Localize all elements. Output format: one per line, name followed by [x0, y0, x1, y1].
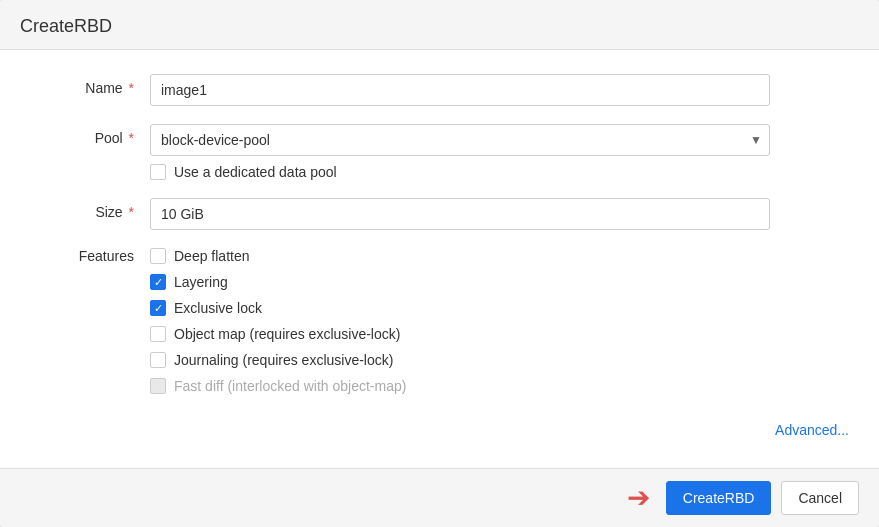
features-row: Features Deep flatten Layering Exclusive… — [30, 248, 849, 404]
dedicated-pool-checkbox[interactable] — [150, 164, 166, 180]
deep-flatten-label: Deep flatten — [174, 248, 250, 264]
name-label: Name * — [30, 74, 150, 96]
feature-exclusive-lock-row: Exclusive lock — [150, 300, 406, 316]
name-field-wrapper — [150, 74, 770, 106]
feature-object-map-row: Object map (requires exclusive-lock) — [150, 326, 406, 342]
fast-diff-label: Fast diff (interlocked with object-map) — [174, 378, 406, 394]
journaling-checkbox[interactable] — [150, 352, 166, 368]
size-label: Size * — [30, 198, 150, 220]
dialog-title: CreateRBD — [20, 16, 112, 36]
feature-layering-row: Layering — [150, 274, 406, 290]
fast-diff-checkbox — [150, 378, 166, 394]
pool-select[interactable]: block-device-pool — [150, 124, 770, 156]
arrow-icon: ➔ — [627, 484, 650, 512]
dialog-footer: ➔ CreateRBD Cancel — [0, 468, 879, 527]
size-row: Size * — [30, 198, 849, 230]
create-rbd-button[interactable]: CreateRBD — [666, 481, 772, 515]
layering-checkbox[interactable] — [150, 274, 166, 290]
object-map-checkbox[interactable] — [150, 326, 166, 342]
dedicated-pool-row: Use a dedicated data pool — [150, 164, 770, 180]
feature-deep-flatten-row: Deep flatten — [150, 248, 406, 264]
journaling-label: Journaling (requires exclusive-lock) — [174, 352, 393, 368]
pool-label: Pool * — [30, 124, 150, 146]
size-input[interactable] — [150, 198, 770, 230]
exclusive-lock-checkbox[interactable] — [150, 300, 166, 316]
dedicated-pool-label: Use a dedicated data pool — [174, 164, 337, 180]
feature-journaling-row: Journaling (requires exclusive-lock) — [150, 352, 406, 368]
dialog-body: Name * Pool * block-device-pool ▼ — [0, 50, 879, 468]
dialog-header: CreateRBD — [0, 0, 879, 50]
cancel-button[interactable]: Cancel — [781, 481, 859, 515]
name-input[interactable] — [150, 74, 770, 106]
size-field-wrapper — [150, 198, 770, 230]
size-required-star: * — [129, 204, 134, 220]
feature-fast-diff-row: Fast diff (interlocked with object-map) — [150, 378, 406, 394]
deep-flatten-checkbox[interactable] — [150, 248, 166, 264]
pool-select-wrapper: block-device-pool ▼ — [150, 124, 770, 156]
features-label: Features — [30, 248, 150, 264]
exclusive-lock-label: Exclusive lock — [174, 300, 262, 316]
layering-label: Layering — [174, 274, 228, 290]
pool-field-wrapper: block-device-pool ▼ Use a dedicated data… — [150, 124, 770, 180]
pool-row: Pool * block-device-pool ▼ Use a dedicat… — [30, 124, 849, 180]
name-row: Name * — [30, 74, 849, 106]
create-rbd-dialog: CreateRBD Name * Pool * block-device-poo… — [0, 0, 879, 527]
name-required-star: * — [129, 80, 134, 96]
features-section: Deep flatten Layering Exclusive lock Obj… — [150, 248, 406, 404]
pool-required-star: * — [129, 130, 134, 146]
object-map-label: Object map (requires exclusive-lock) — [174, 326, 400, 342]
advanced-link[interactable]: Advanced... — [30, 422, 849, 438]
